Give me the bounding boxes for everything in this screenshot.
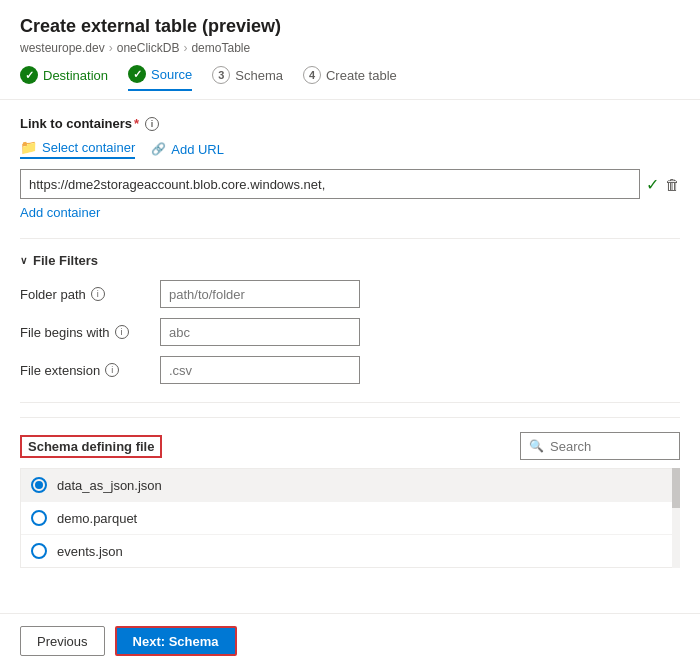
breadcrumb-part-2: oneClickDB — [117, 41, 180, 55]
step-destination-icon: ✓ — [20, 66, 38, 84]
required-star: * — [134, 116, 139, 131]
step-create-table[interactable]: 4 Create table — [303, 66, 397, 90]
breadcrumb-sep-2: › — [183, 41, 187, 55]
breadcrumb-part-1: westeurope.dev — [20, 41, 105, 55]
step-source[interactable]: ✓ Source — [128, 65, 192, 91]
file-radio-1[interactable] — [31, 477, 47, 493]
wizard-steps: ✓ Destination ✓ Source 3 Schema 4 Create… — [20, 65, 680, 91]
container-input-row: ✓ 🗑 — [20, 169, 680, 199]
scrollbar[interactable] — [672, 468, 680, 568]
add-container-link[interactable]: Add container — [20, 205, 100, 220]
file-begins-with-label: File begins with i — [20, 325, 160, 340]
container-tab-row: 📁 Select container 🔗 Add URL — [20, 139, 680, 159]
list-item[interactable]: data_as_json.json — [21, 469, 679, 502]
file-begins-with-input[interactable] — [160, 318, 360, 346]
step-schema-label: Schema — [235, 68, 283, 83]
file-filters-section: ∨ File Filters Folder path i File begins… — [20, 253, 680, 384]
file-extension-input[interactable] — [160, 356, 360, 384]
step-schema[interactable]: 3 Schema — [212, 66, 283, 90]
step-destination-label: Destination — [43, 68, 108, 83]
link-containers-info-icon[interactable]: i — [145, 117, 159, 131]
list-item[interactable]: events.json — [21, 535, 679, 567]
select-container-icon: 📁 — [20, 139, 37, 155]
file-extension-label: File extension i — [20, 363, 160, 378]
file-name-1: data_as_json.json — [57, 478, 162, 493]
schema-search-input[interactable] — [550, 439, 670, 454]
add-url-tab[interactable]: 🔗 Add URL — [151, 139, 224, 159]
step-create-table-icon: 4 — [303, 66, 321, 84]
page-header: Create external table (preview) westeuro… — [0, 0, 700, 100]
step-source-label: Source — [151, 67, 192, 82]
file-begins-with-row: File begins with i — [20, 318, 680, 346]
add-url-icon: 🔗 — [151, 142, 166, 156]
search-icon: 🔍 — [529, 439, 544, 453]
page-title: Create external table (preview) — [20, 16, 680, 37]
folder-path-info-icon[interactable]: i — [91, 287, 105, 301]
folder-path-label: Folder path i — [20, 287, 160, 302]
step-create-table-label: Create table — [326, 68, 397, 83]
schema-defining-file-label: Schema defining file — [20, 435, 162, 458]
breadcrumb-sep-1: › — [109, 41, 113, 55]
select-container-tab[interactable]: 📁 Select container — [20, 139, 135, 159]
container-url-input[interactable] — [20, 169, 640, 199]
file-filters-toggle[interactable]: ∨ File Filters — [20, 253, 680, 268]
breadcrumb-part-3: demoTable — [191, 41, 250, 55]
footer: Previous Next: Schema — [0, 613, 700, 668]
folder-path-input[interactable] — [160, 280, 360, 308]
file-extension-row: File extension i — [20, 356, 680, 384]
schema-section: Schema defining file 🔍 data_as_json.json — [20, 417, 680, 568]
file-radio-3[interactable] — [31, 543, 47, 559]
previous-button[interactable]: Previous — [20, 626, 105, 656]
file-extension-info-icon[interactable]: i — [105, 363, 119, 377]
main-content: Link to containers * i 📁 Select containe… — [0, 100, 700, 613]
next-button[interactable]: Next: Schema — [115, 626, 237, 656]
file-name-2: demo.parquet — [57, 511, 137, 526]
file-name-3: events.json — [57, 544, 123, 559]
file-list-container: data_as_json.json demo.parquet events.js… — [20, 468, 680, 568]
schema-search-box[interactable]: 🔍 — [520, 432, 680, 460]
step-source-icon: ✓ — [128, 65, 146, 83]
container-delete-icon[interactable]: 🗑 — [665, 176, 680, 193]
scroll-thumb[interactable] — [672, 468, 680, 508]
file-radio-2[interactable] — [31, 510, 47, 526]
section-divider-2 — [20, 402, 680, 403]
file-list: data_as_json.json demo.parquet events.js… — [20, 468, 680, 568]
link-to-containers-section: Link to containers * i 📁 Select containe… — [20, 116, 680, 220]
step-destination[interactable]: ✓ Destination — [20, 66, 108, 90]
list-item[interactable]: demo.parquet — [21, 502, 679, 535]
folder-path-row: Folder path i — [20, 280, 680, 308]
breadcrumb: westeurope.dev › oneClickDB › demoTable — [20, 41, 680, 55]
link-to-containers-label: Link to containers * i — [20, 116, 680, 131]
chevron-down-icon: ∨ — [20, 255, 27, 266]
section-divider-1 — [20, 238, 680, 239]
container-valid-icon: ✓ — [646, 175, 659, 194]
schema-header: Schema defining file 🔍 — [20, 432, 680, 460]
step-schema-icon: 3 — [212, 66, 230, 84]
file-begins-info-icon[interactable]: i — [115, 325, 129, 339]
